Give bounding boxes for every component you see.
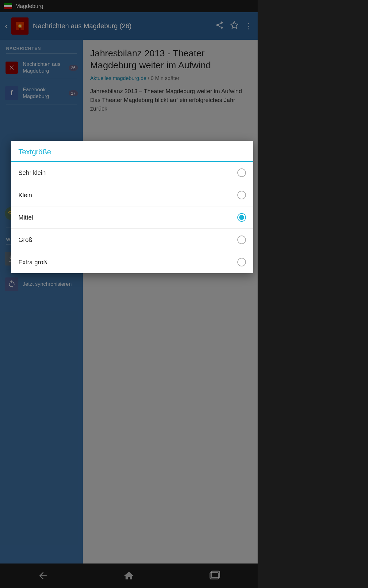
gross-radio[interactable] <box>237 236 246 244</box>
option-gross[interactable]: Groß <box>11 229 253 251</box>
mittel-radio[interactable] <box>237 213 246 222</box>
dialog-title: Textgröße <box>18 148 51 156</box>
modal-overlay[interactable] <box>0 0 258 588</box>
klein-radio[interactable] <box>237 191 246 199</box>
klein-label: Klein <box>18 192 237 199</box>
sehr-klein-label: Sehr klein <box>18 169 237 176</box>
extra-gross-label: Extra groß <box>18 259 237 266</box>
sehr-klein-radio[interactable] <box>237 168 246 177</box>
extra-gross-radio[interactable] <box>237 258 246 266</box>
mittel-label: Mittel <box>18 214 237 221</box>
option-klein[interactable]: Klein <box>11 184 253 206</box>
text-size-dialog: Textgröße Sehr klein Klein Mittel Groß E… <box>11 141 253 273</box>
option-sehr-klein[interactable]: Sehr klein <box>11 162 253 184</box>
gross-label: Groß <box>18 236 237 243</box>
dialog-header: Textgröße <box>11 141 253 162</box>
mittel-radio-inner <box>239 215 244 220</box>
option-extra-gross[interactable]: Extra groß <box>11 251 253 273</box>
option-mittel[interactable]: Mittel <box>11 206 253 229</box>
